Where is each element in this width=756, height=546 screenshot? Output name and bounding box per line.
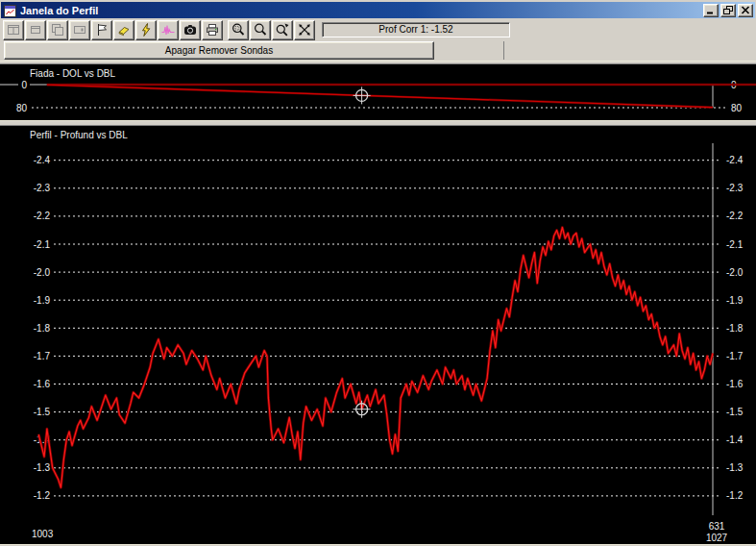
waveform-button[interactable] [158, 20, 179, 40]
y-tick-label: -2.4 [34, 155, 51, 165]
eraser-icon [116, 22, 132, 37]
window-title: Janela do Perfil [20, 5, 703, 16]
action-row: Apagar Remover Sondas [0, 40, 756, 61]
y-tick-label: -2.3 [726, 183, 744, 193]
perfil-chart-title: Perfil - Profund vs DBL [30, 130, 128, 140]
y-tick-label: -2.4 [726, 155, 744, 165]
tile-window-button [3, 20, 24, 40]
copy-profile-icon [50, 22, 65, 37]
y-tick-label: -1.6 [726, 379, 744, 389]
cascade-window-icon [28, 22, 43, 37]
minimize-icon [706, 6, 716, 14]
copy-profile-button [47, 20, 68, 40]
fit-extents-button[interactable] [294, 20, 315, 40]
zoom-region-button[interactable] [228, 20, 249, 40]
close-icon [741, 6, 750, 14]
waveform-icon [160, 22, 176, 37]
lightning-button[interactable] [135, 20, 157, 40]
fiada-chart-panel[interactable]: 008080 Fiada - DOL vs DBL [0, 64, 756, 120]
crosshair-cursor [354, 87, 371, 104]
lightning-icon [138, 22, 154, 37]
y-tick-label: -1.3 [726, 462, 744, 473]
y-tick-label: -2.0 [34, 267, 51, 278]
printer-icon [205, 22, 220, 37]
camera-button[interactable] [180, 20, 201, 40]
y-tick-label: -2.1 [34, 239, 51, 250]
eraser-button[interactable] [113, 20, 134, 40]
y-tick-label: -2.1 [726, 239, 744, 250]
zoom-region-icon [231, 22, 246, 37]
profund-trace [38, 228, 713, 488]
zoom-out-icon [253, 22, 268, 37]
apagar-remover-sondas-button[interactable]: Apagar Remover Sondas [4, 41, 434, 60]
y-tick-label: -2.0 [726, 267, 744, 278]
fiada-chart-title: Fiada - DOL vs DBL [30, 68, 115, 79]
window-controls [703, 4, 753, 17]
y-tick-label: -1.6 [34, 379, 51, 389]
minimize-button[interactable] [703, 4, 719, 17]
zoom-arrow-icon [275, 22, 290, 37]
tile-window-icon [6, 22, 21, 37]
zoom-out-button[interactable] [250, 20, 271, 40]
y-tick-label: -2.3 [34, 183, 51, 193]
close-button[interactable] [738, 4, 753, 17]
y-tick-label: -1.2 [726, 490, 744, 501]
y-tick-label: -1.4 [726, 434, 744, 445]
options-icon [72, 22, 87, 37]
y-tick-label: -1.3 [34, 462, 51, 473]
x-start-label: 1003 [32, 529, 54, 539]
title-bar[interactable]: Janela do Perfil [1, 2, 755, 18]
y-tick-label: 80 [731, 103, 743, 113]
toolbar: Prof Corr 1: -1.52 [0, 18, 756, 41]
dol-line [47, 85, 713, 108]
perfil-chart-panel[interactable]: -2.4-2.4-2.3-2.3-2.2-2.2-2.1-2.1-2.0-2.0… [0, 126, 756, 544]
fit-extents-icon [297, 22, 312, 37]
cascade-window-button [25, 20, 46, 40]
y-tick-label: 80 [16, 103, 28, 113]
y-tick-label: -1.5 [34, 407, 51, 417]
restore-button[interactable] [720, 4, 736, 17]
app-icon [4, 4, 16, 16]
y-tick-label: -1.2 [34, 490, 51, 501]
restore-icon [723, 6, 733, 14]
perfil-plot[interactable]: -2.4-2.4-2.3-2.3-2.2-2.2-2.1-2.1-2.0-2.0… [0, 126, 756, 544]
y-tick-label: -1.8 [726, 323, 744, 334]
printer-button[interactable] [202, 20, 223, 40]
camera-icon [183, 22, 198, 37]
marker-top-label: 631 [709, 521, 725, 532]
options-button [69, 20, 90, 40]
y-tick-label: -1.5 [726, 407, 744, 417]
y-tick-label: 0 [21, 80, 27, 90]
y-tick-label: -2.2 [34, 211, 51, 221]
zoom-arrow-button[interactable] [272, 20, 293, 40]
prof-corr-field[interactable]: Prof Corr 1: -1.52 [322, 22, 510, 37]
y-tick-label: -1.8 [34, 323, 51, 334]
y-tick-label: -1.7 [726, 351, 744, 361]
flag-button[interactable] [91, 20, 112, 40]
profile-window: Janela do Perfil Prof Corr 1: -1.52 Apag… [0, 0, 756, 546]
flag-icon [94, 22, 110, 37]
y-tick-label: -2.2 [726, 211, 744, 221]
marker-bottom-label: 1027 [706, 533, 728, 543]
y-tick-label: -1.9 [34, 295, 51, 306]
y-tick-label: -1.9 [726, 295, 744, 306]
profund-trace-halo [38, 228, 713, 488]
y-tick-label: -1.7 [34, 351, 51, 361]
